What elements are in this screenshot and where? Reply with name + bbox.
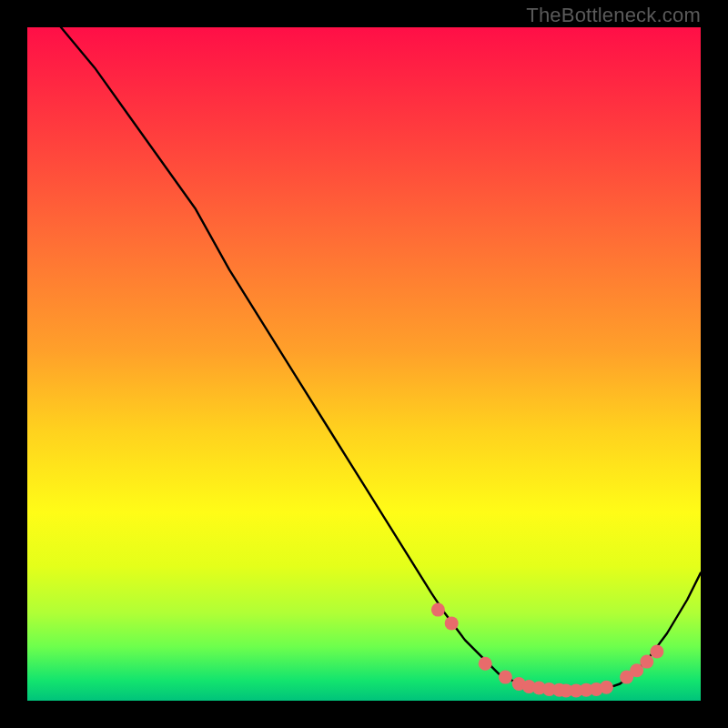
chart-svg bbox=[27, 27, 701, 701]
dot-marker bbox=[640, 655, 653, 669]
dot-marker bbox=[445, 616, 459, 630]
dot-marker bbox=[479, 657, 492, 671]
dot-marker bbox=[431, 603, 445, 617]
plot-area bbox=[27, 27, 701, 701]
chart-frame: TheBottleneck.com bbox=[0, 0, 728, 728]
dot-markers bbox=[431, 603, 664, 698]
dot-marker bbox=[600, 681, 613, 694]
watermark-text: TheBottleneck.com bbox=[526, 4, 701, 27]
dot-marker bbox=[499, 671, 512, 684]
dot-marker bbox=[650, 644, 663, 658]
curve-line bbox=[61, 27, 701, 692]
